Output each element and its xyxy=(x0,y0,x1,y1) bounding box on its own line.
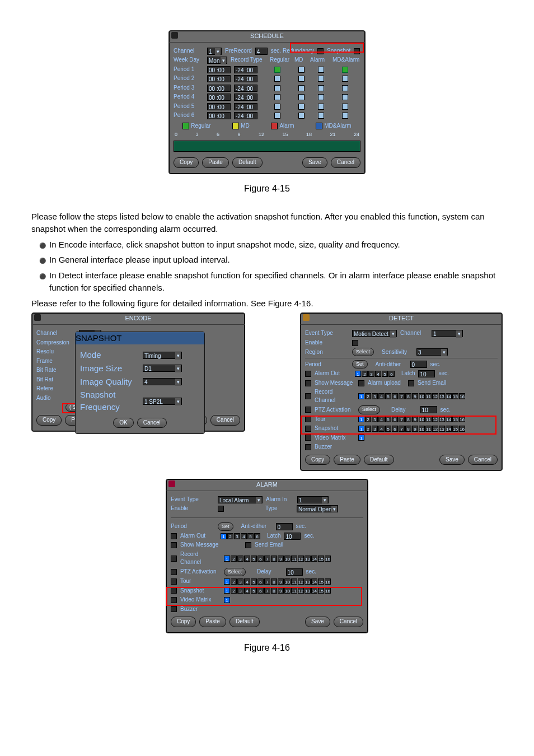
alm-video-matrix-checkbox[interactable] xyxy=(171,597,177,603)
video-matrix-checkbox[interactable] xyxy=(305,435,311,441)
period-end[interactable]: -24 :00 xyxy=(234,66,257,73)
period-alarm-checkbox[interactable] xyxy=(318,113,324,119)
snapshot-checkbox[interactable] xyxy=(305,426,311,432)
snapshot-channels[interactable]: 12345678910111213141516 xyxy=(358,426,465,432)
copy-button[interactable]: Copy xyxy=(305,455,330,465)
cancel-button[interactable]: Cancel xyxy=(331,157,360,168)
save-button[interactable]: Save xyxy=(439,455,465,465)
save-button[interactable]: Save xyxy=(305,617,330,627)
period-alarm-checkbox[interactable] xyxy=(318,76,324,82)
record-channel-checkbox[interactable] xyxy=(305,393,311,399)
alm-period-set-button[interactable]: Set xyxy=(218,522,233,531)
alm-video-matrix-channels[interactable]: 1 xyxy=(224,597,230,603)
alm-anti-input[interactable]: 0 xyxy=(276,523,293,530)
copy-button[interactable]: Copy xyxy=(171,617,196,627)
alarm-in-select[interactable]: 1 xyxy=(297,496,329,503)
alarm-out-checkbox[interactable] xyxy=(305,371,311,377)
cancel-button[interactable]: Cancel xyxy=(210,415,240,426)
period-set-button[interactable]: Set xyxy=(352,360,368,368)
buzzer-checkbox[interactable] xyxy=(305,444,311,450)
period-md-checkbox[interactable] xyxy=(298,67,305,73)
alm-tour-channels[interactable]: 12345678910111213141516 xyxy=(224,578,331,585)
weekday-select[interactable]: Mon xyxy=(207,57,227,64)
alm-event-type-select[interactable]: Local Alarm xyxy=(218,496,263,503)
copy-button[interactable]: Copy xyxy=(36,415,62,426)
sensitivity-select[interactable]: 3 xyxy=(416,348,448,356)
period-start[interactable]: 00 :00 xyxy=(207,85,231,92)
alm-buzzer-checkbox[interactable] xyxy=(171,606,177,612)
ptz-select-button[interactable]: Select xyxy=(358,405,380,414)
period-mdalarm-checkbox[interactable] xyxy=(342,67,348,73)
cancel-button[interactable]: Cancel xyxy=(334,617,363,627)
period-md-checkbox[interactable] xyxy=(298,94,305,100)
period-start[interactable]: 00 :00 xyxy=(207,103,231,110)
alm-latch-input[interactable]: 10 xyxy=(284,533,301,540)
period-alarm-checkbox[interactable] xyxy=(318,94,324,100)
snapshot-checkbox[interactable] xyxy=(354,48,360,54)
period-mdalarm-checkbox[interactable] xyxy=(342,113,348,119)
alm-alarm-out-channels[interactable]: 123456 xyxy=(221,533,260,539)
period-start[interactable]: 00 :00 xyxy=(207,66,231,73)
period-end[interactable]: -24 :00 xyxy=(234,75,257,82)
period-md-checkbox[interactable] xyxy=(298,113,305,119)
period-md-checkbox[interactable] xyxy=(298,76,305,82)
show-msg-checkbox[interactable] xyxy=(305,380,311,386)
channel-select[interactable]: 1 xyxy=(207,48,222,55)
period-mdalarm-checkbox[interactable] xyxy=(342,76,348,82)
period-end[interactable]: -24 :00 xyxy=(234,112,257,119)
imagesize-select[interactable]: D1 xyxy=(143,365,182,372)
ptz-checkbox[interactable] xyxy=(305,407,311,413)
event-type-select[interactable]: Motion Detect xyxy=(352,330,397,337)
paste-button[interactable]: Paste xyxy=(334,455,360,465)
default-button[interactable]: Default xyxy=(364,455,394,465)
alm-tour-checkbox[interactable] xyxy=(171,578,177,585)
alm-delay-input[interactable]: 10 xyxy=(286,568,303,576)
cancel-button[interactable]: Cancel xyxy=(137,418,167,428)
period-md-checkbox[interactable] xyxy=(298,85,305,91)
prerecord-input[interactable]: 4 xyxy=(255,48,268,55)
paste-button[interactable]: Paste xyxy=(202,157,229,168)
period-regular-checkbox[interactable] xyxy=(274,85,280,91)
freq-select[interactable]: 1 SP2L xyxy=(143,398,182,405)
default-button[interactable]: Default xyxy=(229,617,260,627)
period-end[interactable]: -24 :00 xyxy=(234,103,257,110)
enable-checkbox[interactable] xyxy=(352,340,358,346)
period-mdalarm-checkbox[interactable] xyxy=(342,85,348,91)
alarm-upload-checkbox[interactable] xyxy=(358,380,364,386)
alm-type-select[interactable]: Normal Open xyxy=(297,505,338,512)
alm-send-email-checkbox[interactable] xyxy=(245,542,251,548)
send-email-checkbox[interactable] xyxy=(408,380,414,386)
alm-snapshot-checkbox[interactable] xyxy=(171,587,177,594)
anti-dither-input[interactable]: 0 xyxy=(410,361,427,368)
copy-button[interactable]: Copy xyxy=(174,157,199,168)
period-start[interactable]: 00 :00 xyxy=(207,112,231,119)
alm-record-channel-boxes[interactable]: 12345678910111213141516 xyxy=(224,556,331,562)
period-regular-checkbox[interactable] xyxy=(274,104,280,110)
region-select-button[interactable]: Select xyxy=(352,348,374,356)
paste-button[interactable]: Paste xyxy=(199,617,226,627)
alm-show-msg-checkbox[interactable] xyxy=(171,542,177,548)
ok-button[interactable]: OK xyxy=(113,418,133,428)
period-end[interactable]: -24 :00 xyxy=(234,85,257,92)
alm-snapshot-channels[interactable]: 12345678910111213141516 xyxy=(224,587,331,594)
mode-select[interactable]: Timing xyxy=(143,352,182,359)
delay-input[interactable]: 10 xyxy=(420,406,437,413)
record-channel-boxes[interactable]: 12345678910111213141516 xyxy=(358,393,465,399)
default-button[interactable]: Default xyxy=(232,157,263,168)
alm-ptz-select-button[interactable]: Select xyxy=(224,568,246,576)
period-regular-checkbox[interactable] xyxy=(274,67,280,73)
redundancy-checkbox[interactable] xyxy=(317,48,324,54)
alm-alarm-out-checkbox[interactable] xyxy=(171,533,177,539)
video-matrix-channels[interactable]: 1 xyxy=(358,435,364,441)
tour-channels[interactable]: 12345678910111213141516 xyxy=(358,416,465,422)
period-mdalarm-checkbox[interactable] xyxy=(342,104,348,110)
alarm-out-channels[interactable]: 123456 xyxy=(355,371,395,377)
tour-checkbox[interactable] xyxy=(305,416,311,422)
period-start[interactable]: 00 :00 xyxy=(207,75,231,82)
period-alarm-checkbox[interactable] xyxy=(318,67,324,73)
latch-input[interactable]: 10 xyxy=(418,370,435,377)
cancel-button[interactable]: Cancel xyxy=(468,455,498,465)
period-regular-checkbox[interactable] xyxy=(274,76,280,82)
period-regular-checkbox[interactable] xyxy=(274,113,280,119)
period-start[interactable]: 00 :00 xyxy=(207,94,231,101)
